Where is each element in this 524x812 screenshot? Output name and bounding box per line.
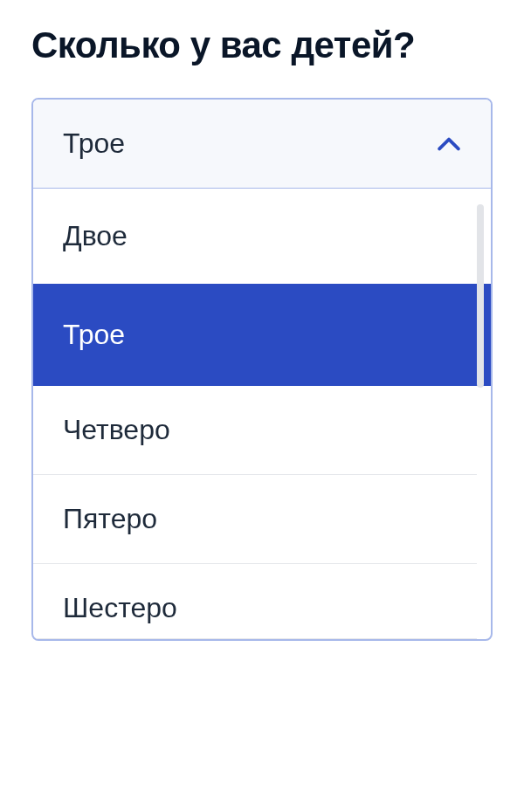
dropdown-option-dvoe[interactable]: Двое <box>33 189 477 284</box>
dropdown-selected-value: Трое <box>63 127 125 160</box>
chevron-up-icon <box>437 132 461 156</box>
dropdown-option-pyatero[interactable]: Пятеро <box>33 475 477 564</box>
scrollbar-thumb[interactable] <box>477 204 484 388</box>
dropdown-option-shestero[interactable]: Шестеро <box>33 564 477 639</box>
dropdown-toggle[interactable]: Трое <box>33 100 491 189</box>
dropdown-option-chetvero[interactable]: Четверо <box>33 386 477 475</box>
dropdown-options-list: Двое Трое Четверо Пятеро Шестеро <box>33 189 491 639</box>
question-title: Сколько у вас детей? <box>31 24 493 66</box>
children-count-dropdown: Трое Двое Трое Четверо Пятеро Шестеро <box>31 98 493 641</box>
dropdown-option-troe[interactable]: Трое <box>33 284 491 386</box>
